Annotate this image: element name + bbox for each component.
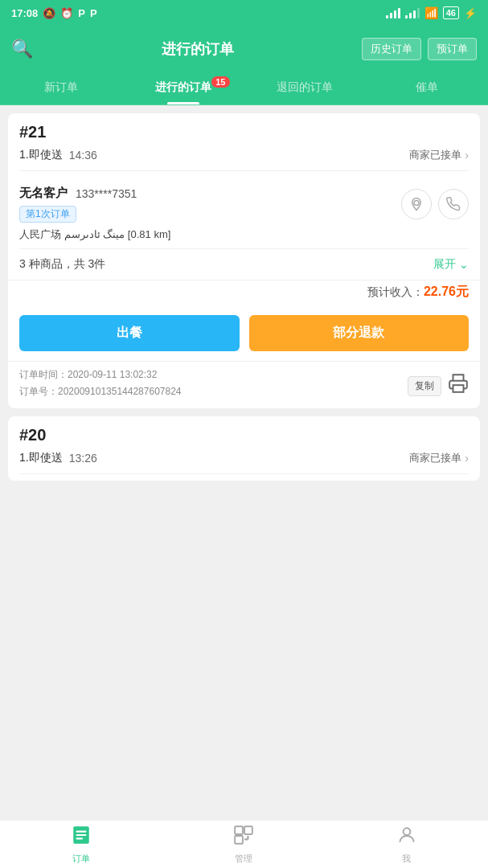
order-delivery-row-20: 1.即使送 13:26 商家已接单 › [19, 451, 469, 474]
order-meta-21: 订单时间：2020-09-11 13:02:32 订单号：20200910135… [8, 361, 480, 408]
order-number-21: #21 [19, 123, 469, 141]
location-icon-21[interactable] [401, 189, 432, 219]
header: 🔍 进行的订单 历史订单 预订单 [0, 26, 488, 72]
header-title: 进行的订单 [33, 39, 362, 59]
delivery-type-21: 1.即使送 [19, 148, 63, 162]
order-number-20: #20 [19, 426, 469, 444]
ongoing-orders-badge: 15 [211, 76, 229, 88]
copy-button-21[interactable]: 复制 [408, 376, 441, 396]
header-buttons: 历史订单 预订单 [362, 38, 477, 60]
me-nav-label: 我 [402, 853, 411, 865]
battery-indicator: 46 [443, 6, 459, 19]
order-delivery-row-21: 1.即使送 14:36 商家已接单 › [19, 148, 469, 171]
delivery-type-20: 1.即使送 [19, 451, 63, 465]
customer-name-21: 无名客户 [19, 186, 68, 201]
delivery-info-20: 1.即使送 13:26 [19, 451, 97, 465]
orders-nav-label: 订单 [72, 853, 90, 865]
order-top-21: #21 1.即使送 14:36 商家已接单 › [8, 113, 480, 178]
order-time-21: 订单时间：2020-09-11 13:02:32 [19, 368, 182, 382]
serve-button-21[interactable]: 出餐 [19, 315, 240, 351]
tab-urge-label: 催单 [416, 80, 438, 93]
tab-returned-orders-label: 退回的订单 [277, 80, 333, 93]
income-value-21: 22.76元 [424, 284, 469, 301]
svg-rect-7 [245, 826, 253, 834]
first-order-badge-21: 第1次订单 [19, 206, 76, 223]
svg-rect-5 [76, 837, 84, 839]
nav-item-manage[interactable]: 管理 [162, 821, 325, 868]
signal-bars-1 [386, 7, 400, 18]
chevron-right-icon-21: › [465, 149, 469, 162]
items-summary-21: 3 种商品，共 3件 [19, 257, 105, 272]
tab-urge[interactable]: 催单 [366, 72, 488, 104]
expand-label-21: 展开 [433, 257, 456, 272]
signal-bars-2 [405, 7, 420, 18]
customer-name-phone-21: 无名客户 133****7351 [19, 186, 401, 201]
wifi-icon: 📶 [424, 6, 438, 19]
status-bar: 17:08 🔕 ⏰ P P 📶 46 ⚡ [0, 0, 488, 26]
expand-chevron-icon-21: ⌄ [459, 258, 469, 271]
delivery-status-21[interactable]: 商家已接单 › [409, 148, 469, 162]
order-meta-right-21: 复制 [408, 373, 469, 399]
delivery-status-text-20: 商家已接单 [409, 451, 461, 465]
order-top-20: #20 1.即使送 13:26 商家已接单 › [8, 416, 480, 481]
items-row-21: 3 种商品，共 3件 展开 ⌄ [8, 249, 480, 280]
orders-nav-icon [71, 825, 92, 850]
chevron-right-icon-20: › [465, 452, 469, 465]
svg-rect-6 [236, 826, 244, 834]
delivery-time-21: 14:36 [69, 149, 97, 162]
tab-new-orders[interactable]: 新订单 [0, 72, 122, 104]
delivery-time-20: 13:26 [69, 452, 97, 465]
manage-nav-label: 管理 [235, 853, 252, 865]
alarm-icon: ⏰ [60, 7, 73, 19]
action-buttons-21: 出餐 部分退款 [8, 309, 480, 361]
tabs: 新订单 进行的订单 15 退回的订单 催单 [0, 72, 488, 105]
me-nav-icon [396, 825, 417, 850]
nav-item-orders[interactable]: 订单 [0, 821, 162, 868]
order-meta-left-21: 订单时间：2020-09-11 13:02:32 订单号：20200910135… [19, 368, 182, 399]
order-card-21: #21 1.即使送 14:36 商家已接单 › 无名客户 133****7351 [8, 113, 480, 408]
svg-point-9 [403, 828, 410, 835]
nav-item-me[interactable]: 我 [326, 821, 488, 868]
customer-row-21: 无名客户 133****7351 第1次订单 人民广场 مينگ ئادىرسم… [8, 178, 480, 248]
charging-icon: ⚡ [464, 7, 477, 19]
refund-button-21[interactable]: 部分退款 [249, 315, 470, 351]
search-icon[interactable]: 🔍 [11, 39, 33, 59]
delivery-info-21: 1.即使送 14:36 [19, 148, 97, 162]
customer-phone-21: 133****7351 [76, 187, 137, 200]
bottom-nav: 订单 管理 我 [0, 820, 488, 868]
tab-new-orders-label: 新订单 [44, 80, 78, 93]
parking-icon-p2: P [90, 7, 97, 19]
status-left: 17:08 🔕 ⏰ P P [11, 7, 97, 19]
history-orders-button[interactable]: 历史订单 [362, 38, 421, 60]
tab-returned-orders[interactable]: 退回的订单 [244, 72, 367, 104]
status-time: 17:08 [11, 7, 38, 19]
customer-actions-21 [401, 186, 469, 219]
parking-icon-p1: P [78, 7, 85, 19]
svg-rect-8 [236, 836, 244, 844]
svg-point-0 [414, 201, 419, 206]
print-icon-21[interactable] [448, 373, 469, 399]
notification-icon: 🔕 [43, 7, 55, 19]
order-no-21: 订单号：20200910135144287607824 [19, 385, 182, 399]
status-right: 📶 46 ⚡ [386, 6, 477, 19]
order-card-20: #20 1.即使送 13:26 商家已接单 › [8, 416, 480, 481]
svg-rect-3 [76, 830, 87, 832]
expand-button-21[interactable]: 展开 ⌄ [433, 257, 469, 272]
delivery-status-text-21: 商家已接单 [409, 148, 461, 162]
income-row-21: 预计收入： 22.76元 [8, 280, 480, 309]
income-label-21: 预计收入： [367, 285, 424, 300]
svg-rect-1 [453, 385, 464, 392]
tab-ongoing-orders-label: 进行的订单 [155, 80, 211, 93]
customer-address-21: 人民广场 مينگ ئادىرسم [0.81 km] [19, 227, 401, 242]
tab-ongoing-orders[interactable]: 进行的订单 15 [122, 72, 244, 104]
manage-nav-icon [233, 825, 254, 850]
phone-icon-21[interactable] [438, 189, 469, 219]
svg-rect-4 [76, 833, 87, 835]
orders-content: #21 1.即使送 14:36 商家已接单 › 无名客户 133****7351 [0, 105, 488, 537]
customer-info-21: 无名客户 133****7351 第1次订单 人民广场 مينگ ئادىرسم… [19, 186, 401, 242]
reserve-orders-button[interactable]: 预订单 [428, 38, 477, 60]
delivery-status-20[interactable]: 商家已接单 › [409, 451, 469, 465]
